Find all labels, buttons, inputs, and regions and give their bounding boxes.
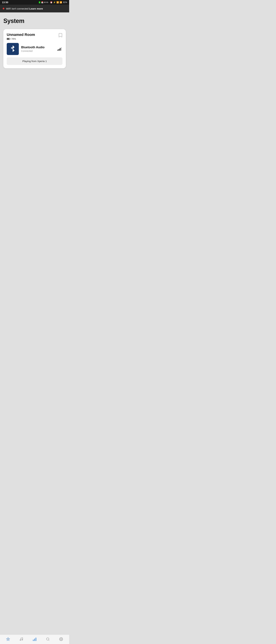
system-status-icons: ⏰ ⚡ 📶 📶	[50, 1, 62, 4]
dot-icon: •	[49, 2, 49, 3]
room-name: Unnamed Room	[7, 32, 58, 37]
gmail-icon: M	[44, 1, 46, 3]
bluetooth-status-icon: ⚡	[53, 1, 56, 4]
bluetooth-icon	[10, 45, 16, 53]
gmail2-icon: M	[46, 1, 48, 3]
room-header: Unnamed Room 78%	[7, 32, 63, 40]
room-info: Unnamed Room 78%	[7, 32, 58, 40]
notification-message: WiFi isn't connected	[6, 7, 29, 10]
status-bar: 13:50 L 📅 M M • ⏰ ⚡ 📶 📶 81%	[0, 0, 69, 5]
room-card[interactable]: Unnamed Room 78%	[3, 29, 66, 68]
wifi-icon: 📶	[56, 1, 59, 4]
svg-rect-2	[7, 38, 9, 40]
main-content: System Unnamed Room 78%	[0, 12, 69, 148]
battery-indicator: 78%	[7, 38, 58, 40]
battery-percent: 81%	[63, 1, 67, 4]
playing-button[interactable]: Playing from Xperia 1	[7, 57, 63, 65]
calendar-icon: 📅	[41, 1, 44, 4]
signal-icon: 📶	[60, 1, 62, 4]
notification-dot	[3, 8, 4, 10]
device-status: Connected	[21, 50, 55, 52]
device-row: Bluetooth Audio Connected	[7, 43, 63, 55]
device-details: Bluetooth Audio Connected	[21, 46, 55, 52]
wifi-notification-banner[interactable]: WiFi isn't connected Learn more	[0, 5, 69, 12]
device-icon-box	[7, 43, 19, 55]
page-title: System	[3, 18, 66, 24]
device-name: Bluetooth Audio	[21, 46, 55, 49]
signal-strength-icon	[57, 47, 62, 51]
notification-text: WiFi isn't connected Learn more	[6, 7, 43, 10]
status-time: 13:50	[2, 1, 8, 4]
battery-icon	[7, 38, 11, 40]
line-icon: L	[39, 1, 41, 3]
learn-more-link[interactable]: Learn more	[29, 7, 43, 10]
bookmark-icon[interactable]	[58, 33, 63, 38]
alarm-icon: ⏰	[50, 1, 53, 4]
status-right: L 📅 M M • ⏰ ⚡ 📶 📶 81%	[39, 1, 67, 4]
status-icons: L 📅 M M •	[39, 1, 49, 4]
battery-level: 78%	[11, 38, 16, 40]
svg-rect-1	[10, 38, 11, 40]
